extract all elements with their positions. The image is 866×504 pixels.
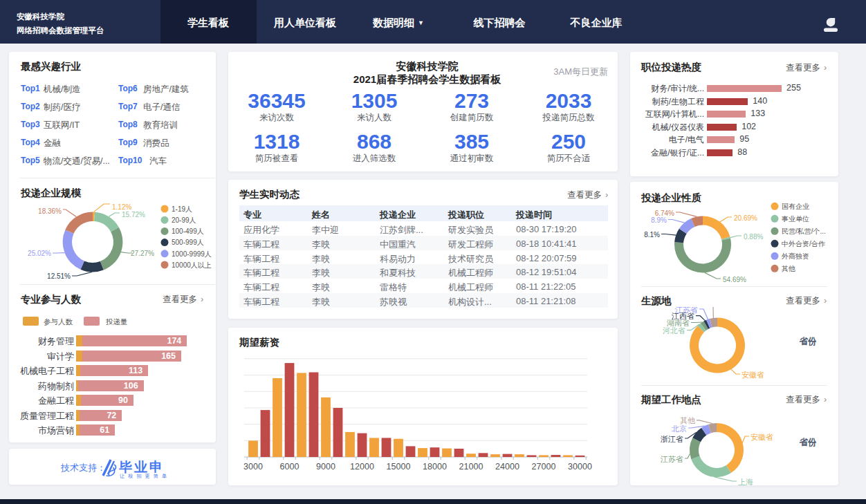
svg-text:9000: 9000 xyxy=(316,462,335,472)
svg-text:3000: 3000 xyxy=(243,462,263,472)
svg-text:省份: 省份 xyxy=(799,438,818,447)
svg-text:外商独资: 外商独资 xyxy=(781,252,809,260)
svg-text:18000: 18000 xyxy=(423,462,447,472)
svg-text:24000: 24000 xyxy=(495,462,519,472)
svg-text:18.36%: 18.36% xyxy=(38,207,62,215)
svg-text:12.51%: 12.51% xyxy=(47,272,71,280)
svg-text:12000: 12000 xyxy=(350,462,374,472)
svg-text:100-499人: 100-499人 xyxy=(172,227,204,235)
svg-text:27000: 27000 xyxy=(532,462,556,472)
svg-text:安徽省: 安徽省 xyxy=(741,371,764,379)
svg-text:安徽省: 安徽省 xyxy=(750,433,773,441)
svg-text:浙江省: 浙江省 xyxy=(661,435,683,443)
svg-text:25.02%: 25.02% xyxy=(28,250,51,257)
svg-text:0.88%: 0.88% xyxy=(744,233,763,241)
svg-text:27.27%: 27.27% xyxy=(131,250,154,257)
svg-text:8.9%: 8.9% xyxy=(651,216,667,224)
svg-text:15.72%: 15.72% xyxy=(122,211,145,218)
svg-text:54.69%: 54.69% xyxy=(723,276,746,283)
svg-text:20.69%: 20.69% xyxy=(734,214,757,222)
svg-text:6000: 6000 xyxy=(280,462,300,472)
svg-text:30000: 30000 xyxy=(568,462,592,472)
svg-text:20-99人: 20-99人 xyxy=(172,216,196,224)
svg-text:江苏省: 江苏省 xyxy=(674,307,698,314)
svg-text:6.74%: 6.74% xyxy=(655,209,674,217)
svg-text:北京: 北京 xyxy=(671,424,687,433)
svg-text:国有企业: 国有企业 xyxy=(782,203,809,210)
svg-text:上海: 上海 xyxy=(738,478,753,486)
svg-text:8.1%: 8.1% xyxy=(644,231,660,239)
svg-text:其他: 其他 xyxy=(782,265,795,272)
svg-text:民营/私营/个...: 民营/私营/个... xyxy=(782,227,826,235)
svg-text:事业单位: 事业单位 xyxy=(782,215,809,223)
svg-text:江苏省: 江苏省 xyxy=(660,455,683,463)
svg-text:毕业申: 毕业申 xyxy=(119,460,165,474)
svg-text:1.12%: 1.12% xyxy=(112,203,131,211)
svg-text:1-19人: 1-19人 xyxy=(172,205,192,213)
svg-text:让校招更简单: 让校招更简单 xyxy=(120,474,170,479)
svg-text:省份: 省份 xyxy=(799,337,818,346)
svg-text:河北省: 河北省 xyxy=(663,326,685,335)
svg-text:15000: 15000 xyxy=(387,462,411,472)
svg-text:500-999人: 500-999人 xyxy=(172,239,204,246)
svg-text:中外合资/合作: 中外合资/合作 xyxy=(782,240,826,248)
svg-text:其他: 其他 xyxy=(680,416,695,424)
svg-text:21000: 21000 xyxy=(459,462,483,472)
svg-text:1000-9999人: 1000-9999人 xyxy=(172,250,212,258)
svg-text:10000人以上: 10000人以上 xyxy=(172,261,212,269)
